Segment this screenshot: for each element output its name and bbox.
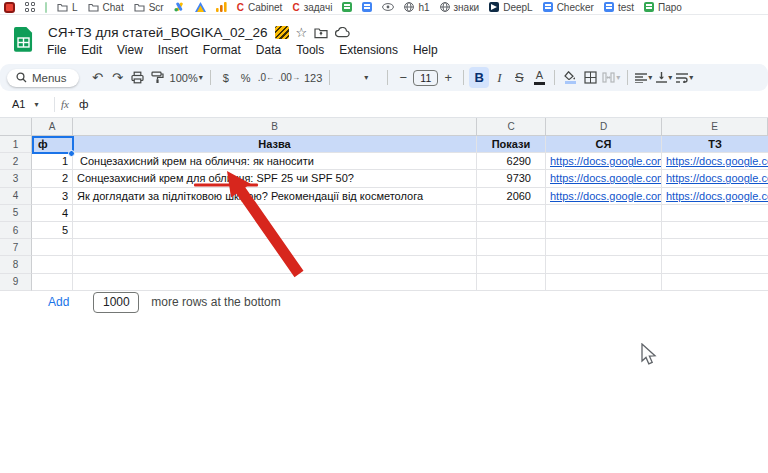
- cell-A8[interactable]: [32, 256, 73, 273]
- select-all-corner[interactable]: [0, 118, 32, 136]
- cell-E8[interactable]: [662, 256, 768, 273]
- cell-D5[interactable]: [546, 205, 662, 222]
- menu-tools[interactable]: Tools: [296, 43, 324, 57]
- cell-C3[interactable]: 9730: [477, 170, 546, 187]
- text-wrapping-button[interactable]: ▾: [674, 67, 695, 88]
- cell-E6[interactable]: [662, 222, 768, 239]
- cell-D4-link[interactable]: https://docs.google.com/: [546, 188, 662, 205]
- cell-B3[interactable]: Сонцезахисний крем для обличчя: SPF 25 ч…: [73, 170, 477, 187]
- menu-extensions[interactable]: Extensions: [339, 43, 398, 57]
- cell-E2-link[interactable]: https://docs.google.com/: [662, 153, 768, 170]
- more-formats-button[interactable]: 123: [302, 67, 324, 88]
- vertical-align-button[interactable]: ▾: [654, 67, 674, 88]
- column-header-c[interactable]: C: [477, 118, 546, 136]
- bookmark-tasks[interactable]: C задачі: [292, 2, 332, 13]
- bookmark-deepl[interactable]: DeepL: [489, 2, 532, 13]
- rows-count-input[interactable]: [93, 292, 139, 313]
- fill-color-button[interactable]: [560, 67, 580, 88]
- bookmark-l[interactable]: L: [57, 2, 78, 13]
- row-header-7[interactable]: 7: [0, 239, 32, 256]
- row-header-1[interactable]: 1: [0, 136, 32, 153]
- cell-B9[interactable]: [73, 274, 477, 291]
- bookmark-analytics[interactable]: [216, 2, 227, 12]
- cell-D1[interactable]: СЯ: [546, 136, 662, 153]
- formula-input[interactable]: ф: [79, 98, 88, 110]
- cell-D3-link[interactable]: https://docs.google.com/: [546, 170, 662, 187]
- cell-C1[interactable]: Покази: [477, 136, 546, 153]
- zoom-select[interactable]: 100% ▾: [168, 67, 205, 88]
- redo-button[interactable]: ↷: [108, 67, 128, 88]
- cell-B2[interactable]: Сонцезахисний крем на обличчя: як наноси…: [73, 153, 477, 170]
- star-icon[interactable]: ☆: [296, 26, 308, 39]
- cell-C5[interactable]: [477, 205, 546, 222]
- cell-D9[interactable]: [546, 274, 662, 291]
- document-title[interactable]: СЯ+ТЗ для статей_BOGIKA_02_26: [48, 25, 268, 40]
- cell-B5[interactable]: [73, 205, 477, 222]
- cell-A9[interactable]: [32, 274, 73, 291]
- decrease-font-size-button[interactable]: −: [393, 67, 413, 88]
- row-header-3[interactable]: 3: [0, 170, 32, 187]
- row-header-2[interactable]: 2: [0, 153, 32, 170]
- name-box[interactable]: A1 ▾: [0, 98, 52, 110]
- cell-B6[interactable]: [73, 222, 477, 239]
- row-header-8[interactable]: 8: [0, 256, 32, 273]
- bookmark-checker[interactable]: Checker: [543, 2, 594, 13]
- bookmark-chat[interactable]: Chat: [88, 2, 124, 13]
- row-header-9[interactable]: 9: [0, 274, 32, 291]
- decrease-decimals-button[interactable]: .0←: [256, 67, 276, 88]
- italic-button[interactable]: I: [489, 67, 509, 88]
- cell-B8[interactable]: [73, 256, 477, 273]
- cell-E9[interactable]: [662, 274, 768, 291]
- cell-C7[interactable]: [477, 239, 546, 256]
- print-button[interactable]: [128, 67, 148, 88]
- tab-groups-icon[interactable]: [25, 2, 35, 12]
- bookmark-cabinet[interactable]: C Cabinet: [237, 2, 283, 13]
- strikethrough-button[interactable]: S: [509, 67, 529, 88]
- cell-C8[interactable]: [477, 256, 546, 273]
- chevron-down-icon[interactable]: ▾: [364, 73, 368, 82]
- cell-E1[interactable]: ТЗ: [662, 136, 768, 153]
- column-header-b[interactable]: B: [73, 118, 477, 136]
- menus-search-button[interactable]: Menus: [7, 69, 79, 87]
- cell-B7[interactable]: [73, 239, 477, 256]
- bold-button[interactable]: B: [469, 67, 489, 88]
- column-header-e[interactable]: E: [662, 118, 768, 136]
- font-size-input[interactable]: 11: [413, 70, 438, 86]
- menu-format[interactable]: Format: [203, 43, 241, 57]
- merge-cells-button[interactable]: ▾: [600, 67, 622, 88]
- row-header-6[interactable]: 6: [0, 222, 32, 239]
- cell-E5[interactable]: [662, 205, 768, 222]
- bookmark-google-ads[interactable]: [174, 2, 185, 12]
- cell-E7[interactable]: [662, 239, 768, 256]
- cell-C2[interactable]: 6290: [477, 153, 546, 170]
- horizontal-align-button[interactable]: ▾: [633, 67, 654, 88]
- column-header-a[interactable]: A: [32, 118, 73, 136]
- bookmark-test[interactable]: test: [604, 2, 634, 13]
- cell-E3-link[interactable]: https://docs.google.com/: [662, 170, 768, 187]
- cell-B4[interactable]: Як доглядати за підлітковою шкірою? Реко…: [73, 188, 477, 205]
- cell-E4-link[interactable]: https://docs.google.com/: [662, 188, 768, 205]
- docs-bookmark-icon[interactable]: [362, 2, 372, 12]
- cell-D6[interactable]: [546, 222, 662, 239]
- text-color-button[interactable]: A: [529, 67, 549, 88]
- bookmark-eye[interactable]: [382, 3, 394, 11]
- cell-A6[interactable]: 5: [32, 222, 73, 239]
- borders-button[interactable]: [580, 67, 600, 88]
- bookmark-znaky[interactable]: знаки: [440, 2, 480, 13]
- cell-A2[interactable]: 1: [32, 153, 73, 170]
- cell-D8[interactable]: [546, 256, 662, 273]
- format-percent-button[interactable]: %: [236, 67, 256, 88]
- recorder-extension-icon[interactable]: [4, 2, 15, 13]
- fill-handle[interactable]: [68, 150, 75, 157]
- bookmark-paro[interactable]: Паро: [644, 2, 682, 13]
- row-header-5[interactable]: 5: [0, 205, 32, 222]
- increase-font-size-button[interactable]: +: [438, 67, 458, 88]
- cell-A3[interactable]: 2: [32, 170, 73, 187]
- format-currency-button[interactable]: $: [216, 67, 236, 88]
- cell-C9[interactable]: [477, 274, 546, 291]
- menu-insert[interactable]: Insert: [158, 43, 188, 57]
- undo-button[interactable]: ↶: [88, 67, 108, 88]
- google-sheets-logo[interactable]: [14, 27, 33, 53]
- cell-A7[interactable]: [32, 239, 73, 256]
- column-header-d[interactable]: D: [546, 118, 662, 136]
